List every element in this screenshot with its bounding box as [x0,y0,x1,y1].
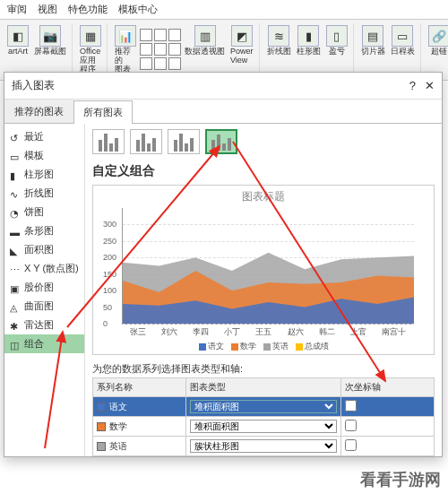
secondary-axis-checkbox[interactable] [345,400,357,412]
tab-all-charts[interactable]: 所有图表 [73,100,133,124]
category-icon: ⋯ [10,264,21,273]
sidebar-item-8[interactable]: ▣股价图 [4,278,84,297]
combo-subtype-2[interactable] [168,129,200,154]
sidebar-item-7[interactable]: ⋯X Y (散点图) [4,259,84,278]
pivot-icon: ▥ [194,25,216,47]
tab-view[interactable]: 视图 [38,3,57,16]
camera-icon: 📷 [39,25,61,47]
category-icon: ◫ [10,340,21,349]
chart-type-icon[interactable] [140,57,152,70]
category-icon: ▭ [10,152,21,160]
x-axis-labels: 张三刘六李四小丁王五赵六韩二上官南宫十 [122,326,414,338]
sidebar-item-3[interactable]: ∿折线图 [4,184,84,203]
chart-legend: 语文数学英语总成绩 [99,341,428,352]
office-apps-button[interactable]: ▦Office 应用程序 [78,23,103,76]
category-icon: ▬ [10,227,21,236]
category-icon: ◣ [10,246,21,255]
chart-type-icon[interactable] [168,57,181,70]
series-color-swatch [97,403,106,412]
hyperlink-button[interactable]: 🔗超链 [426,23,448,58]
secondary-axis-checkbox[interactable] [345,439,357,451]
sidebar-item-10[interactable]: ✱雷达图 [4,316,84,334]
recommended-charts-button[interactable]: 📊推荐的 图表 [113,23,138,76]
apps-icon: ▦ [80,25,101,47]
line-icon: ≋ [268,25,289,47]
category-icon: ✱ [10,321,21,330]
timeline-button[interactable]: ▭日程表 [389,23,417,58]
series-type-select[interactable]: 堆积面积图 [190,420,336,433]
series-color-swatch [97,442,106,451]
powerview-icon: ◩ [231,25,253,47]
tab-templates[interactable]: 模板中心 [118,3,158,16]
col-secondary-axis: 次坐标轴 [340,378,434,397]
link-icon: 🔗 [428,25,448,47]
col-series-name: 系列名称 [93,378,186,397]
screenshot-button[interactable]: 📷屏幕截图 [32,23,68,58]
insert-chart-dialog: 插入图表 ? ✕ 推荐的图表 所有图表 ↺最近▭模板▮柱形图∿折线图◔饼图▬条形… [4,72,443,457]
sparkline-winloss-button[interactable]: ▯盈亏 [324,23,349,58]
column-icon: ▮ [297,25,319,47]
col-chart-type: 图表类型 [186,378,340,397]
dialog-title: 插入图表 [12,78,55,93]
category-icon: ∿ [10,189,21,198]
custom-combo-title: 自定义组合 [92,163,435,179]
smartart-icon: ◧ [7,25,29,47]
series-row-1[interactable]: 数学 堆积面积图 [93,417,435,437]
category-icon: ▣ [10,283,21,292]
combo-subtype-1[interactable] [130,129,162,154]
chart-type-icon[interactable] [140,29,152,41]
sidebar-item-9[interactable]: ◬曲面图 [4,297,84,316]
series-type-select[interactable]: 堆积面积图 [190,400,336,413]
watermark: 看看手游网 [360,469,441,490]
chart-type-icon[interactable] [168,43,181,56]
series-color-swatch [97,422,106,431]
category-icon: ▮ [10,170,21,179]
powerview-button[interactable]: ◩Power View [228,23,255,76]
dialog-tabs: 推荐的图表 所有图表 [4,100,442,124]
series-table: 系列名称 图表类型 次坐标轴 语文 堆积面积图 数学 堆积面积图 英语 簇状柱形… [92,377,435,456]
timeline-icon: ▭ [392,25,413,47]
combo-subtype-row [92,129,435,154]
sidebar-item-2[interactable]: ▮柱形图 [4,165,84,184]
chart-type-icon[interactable] [154,43,167,56]
series-row-2[interactable]: 英语 簇状柱形图 [93,437,435,456]
secondary-axis-checkbox[interactable] [345,420,357,431]
sidebar-item-6[interactable]: ◣面积图 [4,240,84,259]
close-button[interactable]: ✕ [425,79,435,92]
sparkline-column-button[interactable]: ▮柱形图 [295,23,323,58]
sidebar-item-0[interactable]: ↺最近 [4,127,84,146]
category-icon: ◔ [10,208,21,217]
plot-area: 050100150200250300 [122,208,414,325]
pivotchart-button[interactable]: ▥数据透视图 [183,23,227,76]
winloss-icon: ▯ [326,25,348,47]
chart-type-icon[interactable] [154,29,167,41]
category-icon: ↺ [10,133,21,142]
sidebar-item-11[interactable]: ◫组合 [4,334,84,353]
sparkline-line-button[interactable]: ≋折线图 [265,23,293,58]
slicer-icon: ▤ [362,25,383,47]
combo-subtype-3[interactable] [205,129,237,154]
smartart-button[interactable]: ◧artArt [5,23,30,58]
chart-icon: 📊 [115,25,136,47]
series-row-0[interactable]: 语文 堆积面积图 [93,397,435,417]
series-type-select[interactable]: 簇状柱形图 [190,439,336,453]
chart-title: 图表标题 [99,189,428,204]
ribbon-tabs: 审阅 视图 特色功能 模板中心 [0,0,448,20]
category-icon: ◬ [10,302,21,311]
sidebar-item-4[interactable]: ◔饼图 [4,203,84,221]
help-button[interactable]: ? [409,79,416,92]
sidebar-item-1[interactable]: ▭模板 [4,146,84,165]
tab-recommended[interactable]: 推荐的图表 [4,100,73,123]
combo-subtype-0[interactable] [92,129,125,154]
chart-type-icon[interactable] [140,43,152,56]
chart-category-sidebar: ↺最近▭模板▮柱形图∿折线图◔饼图▬条形图◣面积图⋯X Y (散点图)▣股价图◬… [4,124,85,456]
tab-features[interactable]: 特色功能 [68,3,108,16]
tab-review[interactable]: 审阅 [7,3,27,16]
chart-preview: 图表标题 050100150200250300 张三刘六李四小丁王五赵六韩二上官… [92,185,435,355]
slicer-button[interactable]: ▤切片器 [359,23,387,58]
chart-type-icon[interactable] [154,57,167,70]
series-instruction: 为您的数据系列选择图表类型和轴: [92,362,435,376]
sidebar-item-5[interactable]: ▬条形图 [4,221,84,240]
chart-type-icon[interactable] [168,29,181,41]
